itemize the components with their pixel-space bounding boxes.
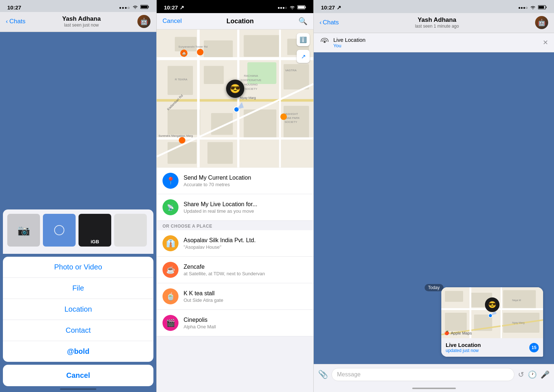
bold-option[interactable]: @bold: [3, 341, 153, 362]
home-indicator-3: [412, 388, 456, 389]
wifi-icon-3: [530, 5, 536, 11]
svg-rect-20: [208, 142, 233, 164]
home-area-3: [314, 385, 554, 392]
media-thumbnails: 📷 iGB: [7, 214, 149, 247]
svg-rect-49: [539, 6, 544, 8]
timer-icon[interactable]: ↺: [518, 370, 524, 379]
media-picker: 📷 iGB: [3, 209, 153, 254]
igb-label: iGB: [91, 239, 99, 244]
bubble-subtitle: updated just now: [446, 348, 539, 353]
live-location-bar: Live Location You ✕: [314, 33, 554, 52]
svg-text:Naya M: Naya M: [512, 299, 521, 302]
home-indicator-1: [60, 388, 96, 390]
map-svg: Kadambari Rd Nyay Marg Surendra Mangalda…: [157, 29, 313, 168]
svg-rect-1: [148, 6, 149, 8]
current-location-icon: 📍: [162, 173, 178, 189]
chevron-left-icon-3: ‹: [320, 19, 322, 26]
search-icon-2[interactable]: 🔍: [298, 17, 308, 25]
current-location-subtitle: Accurate to 70 metres: [184, 182, 251, 187]
last-seen-3: last seen 1 minute ago: [415, 24, 459, 29]
cancel-button-1[interactable]: Cancel: [3, 365, 153, 386]
svg-text:COOPERATIVE: COOPERATIVE: [241, 79, 261, 82]
contact-name-3: Yash Adhana: [415, 16, 459, 24]
location-title: Location: [226, 17, 254, 25]
info-button[interactable]: ℹ️: [297, 33, 310, 46]
svg-text:SOCIETY: SOCIETY: [285, 120, 298, 124]
chats-label-3[interactable]: Chats: [323, 19, 339, 26]
photo-video-option[interactable]: Photo or Video: [3, 257, 153, 278]
zencafe-item[interactable]: ☕ Zencafe at Satellite, at TDW, next to …: [157, 257, 313, 283]
nav-bar-3: ‹ Chats Yash Adhana last seen 1 minute a…: [314, 13, 554, 33]
apple-maps-text: Apple Maps: [451, 331, 472, 335]
share-live-location-item[interactable]: 📡 Share My Live Location for... Updated …: [157, 194, 313, 221]
location-button[interactable]: ↗: [297, 50, 310, 63]
location-option[interactable]: Location: [3, 299, 153, 320]
microphone-icon[interactable]: 🎤: [541, 370, 550, 379]
cinepolis-item[interactable]: 🎬 Cinepolis Alpha One Mall: [157, 310, 313, 336]
contact-name-1: Yash Adhana: [62, 15, 101, 23]
user-avatar-map: 😎: [226, 80, 244, 98]
bubble-map-preview: Nyay Marg Naya M 😎 🍎 Apple Maps: [441, 287, 543, 338]
file-option[interactable]: File: [3, 278, 153, 299]
photo-thumb-3[interactable]: [114, 214, 147, 247]
live-location-bubble[interactable]: Nyay Marg Naya M 😎 🍎 Apple Maps Live Loc…: [441, 287, 543, 357]
chats-label-1[interactable]: Chats: [9, 18, 25, 25]
status-bar-3: 10:27 ↗ ●●●○: [314, 0, 554, 13]
live-location-subtitle: Updated in real time as you move: [184, 208, 257, 214]
map-view[interactable]: Kadambari Rd Nyay Marg Surendra Mangalda…: [157, 29, 313, 168]
svg-text:HOUSING: HOUSING: [244, 83, 258, 86]
asopalav-icon: 👔: [162, 235, 178, 251]
live-location-icon: 📡: [162, 199, 178, 215]
nav-title-3: Yash Adhana last seen 1 minute ago: [415, 16, 459, 29]
avatar-3: 🤖: [535, 16, 548, 29]
time-2: 10:27 ↗: [164, 4, 184, 11]
live-location-text: Share My Live Location for... Updated in…: [184, 201, 257, 214]
asopalav-subtitle: "Asopalav House": [184, 244, 256, 250]
apple-maps-label: 🍎 Apple Maps: [444, 331, 472, 335]
apple-icon: 🍎: [444, 331, 449, 335]
time-3: 10:27 ↗: [321, 4, 341, 11]
clock-icon[interactable]: 🕐: [528, 370, 537, 379]
kk-tea-subtitle: Out Side Atira gate: [184, 297, 223, 303]
message-input[interactable]: Message: [332, 368, 514, 381]
svg-rect-14: [284, 64, 309, 89]
status-icons-2: ●●●○: [277, 5, 306, 11]
cancel-button-2[interactable]: Cancel: [162, 17, 182, 25]
svg-text:Suryananshi Tower Rd: Suryananshi Tower Rd: [178, 45, 208, 48]
chat-area-3: Today Nyay Marg Naya M: [314, 52, 554, 364]
zencafe-title: Zencafe: [184, 264, 265, 270]
svg-point-43: [197, 49, 204, 55]
attach-icon[interactable]: 📎: [318, 370, 328, 379]
last-seen-1: last seen just now: [62, 23, 101, 28]
svg-rect-7: [175, 37, 197, 51]
kk-tea-item[interactable]: 🍵 K K tea stall Out Side Atira gate: [157, 283, 313, 310]
signal-dots-icon-3: ●●●○: [518, 5, 528, 10]
svg-text:Nyay Marg: Nyay Marg: [240, 96, 256, 100]
photo-thumb-2[interactable]: iGB: [79, 214, 111, 247]
back-button-1[interactable]: ‹ Chats: [6, 18, 25, 25]
message-placeholder: Message: [337, 371, 361, 377]
svg-text:VASTRA: VASTRA: [285, 69, 297, 72]
chevron-left-icon: ‹: [6, 18, 8, 25]
thumb-circle: [54, 225, 64, 235]
send-current-location-item[interactable]: 📍 Send My Current Location Accurate to 7…: [157, 168, 313, 194]
back-button-3[interactable]: ‹ Chats: [320, 19, 339, 26]
cinepolis-text: Cinepolis Alpha One Mall: [184, 317, 216, 329]
choose-place-header: OR CHOOSE A PLACE: [157, 221, 313, 230]
input-actions: ↺ 🕐 🎤: [518, 370, 550, 379]
photo-thumb-1[interactable]: [43, 214, 76, 247]
battery-icon-3: [538, 5, 547, 11]
wifi-icon: [132, 5, 138, 10]
camera-thumb[interactable]: 📷: [7, 214, 40, 247]
nav-bar-1: ‹ Chats Yash Adhana last seen just now 🤖: [0, 12, 156, 32]
kk-tea-icon: 🍵: [162, 288, 178, 304]
svg-rect-9: [244, 35, 280, 57]
live-location-close-button[interactable]: ✕: [543, 39, 548, 47]
asopalav-title: Asopalav Silk India Pvt. Ltd.: [184, 237, 256, 244]
contact-option[interactable]: Contact: [3, 320, 153, 341]
panel-1-share-sheet: 10:27 ●●●○ ‹ Chats Yash Adhana last seen…: [0, 0, 156, 392]
current-location-title: Send My Current Location: [184, 175, 251, 181]
asopalav-item[interactable]: 👔 Asopalav Silk India Pvt. Ltd. "Asopala…: [157, 230, 313, 257]
svg-point-50: [324, 41, 326, 43]
cinepolis-title: Cinepolis: [184, 317, 216, 323]
